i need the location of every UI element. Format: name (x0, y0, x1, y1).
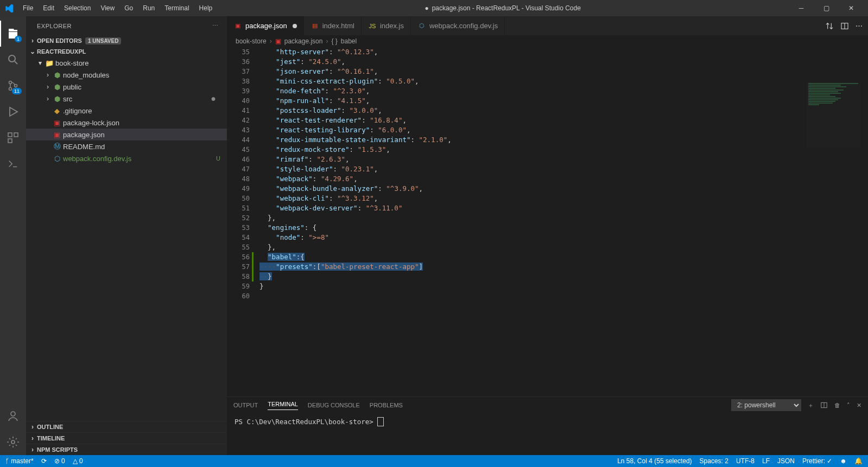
language-mode[interactable]: JSON (777, 457, 795, 465)
npm-scripts-section[interactable]: ›NPM SCRIPTS (26, 444, 227, 455)
sidebar-more-icon[interactable]: ⋯ (212, 22, 219, 29)
activity-run-debug[interactable] (0, 99, 26, 125)
compare-changes-icon[interactable] (825, 22, 834, 30)
tree-item-label: src (62, 95, 72, 103)
menu-file[interactable]: File (18, 2, 37, 14)
activity-accounts[interactable] (0, 403, 26, 429)
panel-tab-debug-console[interactable]: DEBUG CONSOLE (308, 402, 360, 408)
menu-run[interactable]: Run (138, 2, 159, 14)
file-icon: ⬢ (52, 95, 62, 103)
svg-point-2 (9, 88, 12, 91)
modified-dot-icon (293, 24, 297, 28)
tree-file[interactable]: ⬡webpack.config.dev.jsU (26, 152, 227, 164)
kill-terminal-icon[interactable]: 🗑 (834, 402, 840, 408)
editor-tab[interactable]: ▣package.json (227, 16, 304, 35)
menu-go[interactable]: Go (120, 2, 137, 14)
activity-scm[interactable]: 11 (0, 73, 26, 99)
tab-label: webpack.config.dev.js (429, 22, 498, 30)
braces-icon: { } (331, 37, 337, 45)
breadcrumb-segment[interactable]: package.json (284, 37, 323, 45)
file-icon: ⬢ (52, 83, 62, 91)
open-editors-section[interactable]: › OPEN EDITORS 1 UNSAVED (26, 35, 227, 46)
tree-folder[interactable]: ›⬢src● (26, 93, 227, 105)
more-actions-icon[interactable]: ⋯ (856, 22, 863, 30)
editor-tab[interactable]: ▤index.html (304, 16, 362, 35)
tree-file[interactable]: ▣package-lock.json (26, 117, 227, 129)
project-section[interactable]: ⌄ REACTREDUXPL (26, 46, 227, 57)
chevron-right-icon: › (28, 434, 37, 442)
menu-terminal[interactable]: Terminal (160, 2, 193, 14)
chevron-icon: ▾ (36, 59, 45, 67)
tree-file[interactable]: ▣package.json (26, 129, 227, 140)
svg-rect-4 (8, 133, 12, 137)
new-terminal-icon[interactable]: ＋ (808, 401, 814, 410)
tree-item-label: book-store (54, 59, 88, 67)
activity-search[interactable] (0, 47, 26, 73)
editor-tab[interactable]: JSindex.js (362, 16, 411, 35)
activity-settings[interactable] (0, 429, 26, 455)
code-content[interactable]: "http-server": "^0.12.3", "jest": "24.5.… (259, 47, 868, 396)
editor-group: ▣package.json▤index.htmlJSindex.js⬡webpa… (227, 16, 868, 455)
eol[interactable]: LF (762, 457, 770, 465)
cursor-position[interactable]: Ln 58, Col 4 (55 selected) (617, 457, 692, 465)
tree-folder[interactable]: ›⬢node_modules (26, 69, 227, 81)
menu-selection[interactable]: Selection (60, 2, 95, 14)
outline-section[interactable]: ›OUTLINE (26, 421, 227, 432)
side-bar: EXPLORER ⋯ › OPEN EDITORS 1 UNSAVED ⌄ RE… (26, 16, 227, 455)
sync-icon[interactable]: ⟳ (41, 457, 47, 465)
tree-file[interactable]: ◆.gitignore (26, 105, 227, 117)
split-terminal-icon[interactable] (820, 401, 828, 409)
minimize-button[interactable]: ─ (789, 0, 814, 16)
title-bar: File Edit Selection View Go Run Terminal… (0, 0, 868, 16)
file-icon: JS (368, 23, 377, 29)
breadcrumb-segment[interactable]: book-store (236, 37, 267, 45)
tree-item-label: package.json (62, 131, 105, 139)
terminal-selector[interactable]: 2: powershell (731, 399, 801, 411)
panel-tab-problems[interactable]: PROBLEMS (370, 402, 403, 408)
breadcrumb-segment[interactable]: babel (341, 37, 357, 45)
breadcrumb[interactable]: book-store › ▣ package.json › { } babel (227, 35, 868, 47)
file-icon: ⬡ (417, 22, 426, 29)
panel-tab-terminal[interactable]: TERMINAL (268, 401, 298, 410)
activity-terminal-icon[interactable] (0, 151, 26, 177)
maximize-panel-icon[interactable]: ˄ (847, 402, 850, 409)
feedback-icon[interactable]: ☻ (840, 457, 847, 465)
maximize-button[interactable]: ▢ (814, 0, 839, 16)
editor-area[interactable]: 3536373839404142434445464748495051525354… (227, 47, 868, 396)
menu-edit[interactable]: Edit (39, 2, 59, 14)
indentation[interactable]: Spaces: 2 (700, 457, 728, 465)
activity-extensions[interactable] (0, 125, 26, 151)
menu-view[interactable]: View (96, 2, 119, 14)
tree-item-label: README.md (62, 143, 105, 151)
panel-tab-output[interactable]: OUTPUT (233, 402, 258, 408)
prettier-status[interactable]: Prettier: ✓ (802, 457, 832, 465)
tree-folder[interactable]: ▾📁book-store (26, 57, 227, 69)
git-branch[interactable]: ᚶ master* (5, 457, 34, 465)
split-editor-icon[interactable] (840, 22, 849, 30)
panel: OUTPUT TERMINAL DEBUG CONSOLE PROBLEMS 2… (227, 396, 868, 455)
encoding[interactable]: UTF-8 (736, 457, 755, 465)
close-button[interactable]: ✕ (839, 0, 864, 16)
svg-rect-5 (14, 133, 18, 137)
svg-point-7 (11, 412, 15, 416)
tree-folder[interactable]: ›⬢public (26, 81, 227, 93)
line-number-gutter: 3536373839404142434445464748495051525354… (227, 47, 259, 396)
file-tree: ▾📁book-store›⬢node_modules›⬢public›⬢src●… (26, 57, 227, 421)
timeline-section[interactable]: ›TIMELINE (26, 432, 227, 444)
notifications-icon[interactable]: 🔔 (854, 457, 863, 465)
menu-help[interactable]: Help (195, 2, 217, 14)
activity-bar: 1 11 (0, 16, 26, 455)
file-icon: ▣ (52, 119, 62, 127)
chevron-icon: › (43, 71, 52, 79)
tree-file[interactable]: ⓂREADME.md (26, 140, 227, 152)
close-panel-icon[interactable]: ✕ (857, 402, 861, 409)
tab-label: index.js (380, 22, 404, 30)
terminal-content[interactable]: PS C:\Dev\ReactReduxPL\book-store> (227, 413, 868, 455)
editor-tab[interactable]: ⬡webpack.config.dev.js (411, 16, 505, 35)
minimap[interactable] (806, 82, 860, 148)
warnings-status[interactable]: △ 0 (73, 457, 83, 465)
untracked-indicator: U (216, 155, 220, 162)
activity-explorer[interactable]: 1 (0, 21, 26, 47)
chevron-right-icon: › (28, 423, 37, 431)
errors-status[interactable]: ⊘ 0 (54, 457, 65, 465)
